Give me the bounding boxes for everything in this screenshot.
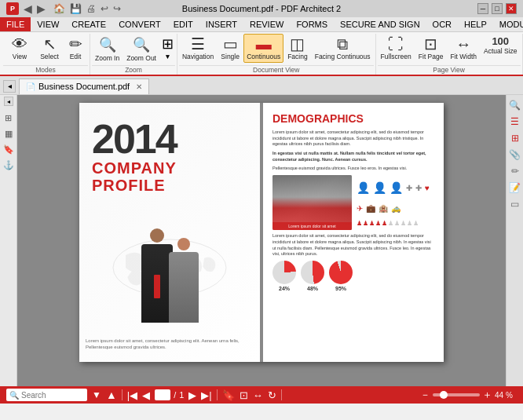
pie-label-95: 95% bbox=[335, 286, 346, 291]
ribbon-group-zoom: 🔍 Zoom In 🔍 Zoom Out ⊞ ▼ Zoom bbox=[90, 34, 177, 75]
minimize-button[interactable]: ─ bbox=[477, 3, 488, 14]
rsb-search-btn[interactable]: 🔍 bbox=[508, 98, 522, 112]
zoom-in-status-btn[interactable]: ＋ bbox=[482, 388, 492, 402]
pie-chart-24 bbox=[272, 261, 296, 284]
nav-prev-btn[interactable]: ◀ bbox=[142, 389, 150, 401]
close-button[interactable]: ✕ bbox=[506, 3, 517, 14]
navigation-button[interactable]: ☰ Navigation bbox=[179, 34, 217, 63]
tab-close-button[interactable]: ✕ bbox=[136, 82, 142, 91]
rsb-grid-btn[interactable]: ⊞ bbox=[508, 131, 522, 145]
navigation-label: Navigation bbox=[182, 53, 214, 60]
select-button[interactable]: ↖ Select bbox=[37, 34, 62, 63]
pi-6: ♟ bbox=[388, 220, 393, 227]
demo-para-1: Lorem ipsum dolor sit amet, consectetur … bbox=[272, 130, 434, 148]
pi-10: ♟ bbox=[413, 220, 419, 227]
fit-width-button[interactable]: ↔ Fit Width bbox=[447, 34, 480, 63]
sidebar-bookmark-btn[interactable]: 🔖 bbox=[2, 142, 16, 156]
menu-view[interactable]: VIEW bbox=[31, 17, 65, 31]
menu-convert[interactable]: CONVERT bbox=[112, 17, 167, 31]
continuous-button[interactable]: ▬ Continuous bbox=[243, 34, 283, 63]
sidebar-home-btn[interactable]: ⊞ bbox=[2, 111, 16, 125]
facing-label: Facing bbox=[287, 53, 308, 60]
toolbar-print[interactable]: 🖨 bbox=[86, 3, 96, 14]
rsb-pin-btn[interactable]: 📎 bbox=[508, 148, 522, 162]
facing-button[interactable]: ◫ Facing bbox=[284, 34, 311, 63]
nav-back[interactable]: ◀ bbox=[24, 2, 32, 15]
menu-ocr[interactable]: OCR bbox=[426, 17, 458, 31]
page-number-input[interactable]: 1 bbox=[155, 389, 170, 400]
menu-insert[interactable]: INSERT bbox=[199, 17, 243, 31]
toolbar-save[interactable]: 💾 bbox=[70, 3, 82, 14]
search-box[interactable]: 🔍 bbox=[6, 389, 87, 401]
actual-size-icon: 100 bbox=[492, 36, 509, 46]
fit-width-status-btn[interactable]: ↔ bbox=[253, 389, 263, 401]
tab-scroll-left[interactable]: ◂ bbox=[3, 80, 16, 93]
right-image-box: Lorem ipsum dolor sit amet bbox=[272, 175, 352, 230]
bookmark-btn[interactable]: 🔖 bbox=[222, 389, 235, 401]
rsb-list-btn[interactable]: ☰ bbox=[508, 115, 522, 129]
pie-charts-area: 24% 48% 95% bbox=[272, 261, 434, 291]
edit-label: Edit bbox=[70, 53, 82, 60]
toolbar-home[interactable]: 🏠 bbox=[53, 3, 65, 14]
pie-48: 48% bbox=[301, 261, 324, 291]
view-button[interactable]: 👁 View bbox=[3, 34, 36, 63]
zoom-dropdown[interactable]: ⊞ ▼ bbox=[160, 34, 175, 62]
pi-3: ♟ bbox=[369, 220, 375, 227]
app-icon: P bbox=[6, 2, 19, 15]
nav-first-btn[interactable]: |◀ bbox=[127, 389, 137, 401]
menu-review[interactable]: REVIEW bbox=[243, 17, 290, 31]
total-pages: 1 bbox=[179, 390, 184, 400]
menu-help[interactable]: HELP bbox=[458, 17, 493, 31]
rotate-status-btn[interactable]: ↻ bbox=[268, 389, 276, 401]
tab-label: Business Document.pdf bbox=[38, 82, 130, 91]
sidebar-toggle[interactable]: ◂ bbox=[4, 97, 13, 106]
stat-icon-taxi: 🚕 bbox=[391, 204, 400, 213]
edit-button[interactable]: ✏ Edit bbox=[63, 34, 88, 63]
document-view[interactable]: 2014 COMPANY PROFILE bbox=[17, 95, 506, 386]
stat-icon-heart: ♥ bbox=[425, 184, 430, 192]
fit-page-status-btn[interactable]: ⊡ bbox=[240, 389, 248, 401]
fullscreen-button[interactable]: ⛶ Fullscreen bbox=[378, 34, 415, 63]
select-label: Select bbox=[40, 53, 59, 60]
search-dropdown-btn[interactable]: ▼ bbox=[92, 389, 101, 400]
zoom-slider[interactable] bbox=[433, 393, 480, 396]
menu-secure[interactable]: SECURE AND SIGN bbox=[334, 17, 426, 31]
toolbar-redo[interactable]: ↪ bbox=[113, 3, 121, 14]
zoom-out-button[interactable]: 🔍 Zoom Out bbox=[123, 34, 159, 64]
toolbar-undo[interactable]: ↩ bbox=[101, 3, 108, 14]
sidebar-thumbnail-btn[interactable]: ▦ bbox=[2, 126, 16, 141]
search-icon: 🔍 bbox=[9, 391, 19, 400]
right-grid: Lorem ipsum dolor sit amet 👤 👤 👤 ✚ ✚ ♥ bbox=[272, 175, 434, 230]
rsb-shape-btn[interactable]: ▭ bbox=[508, 197, 522, 211]
single-button[interactable]: ▭ Single bbox=[218, 34, 243, 63]
zoom-buttons: 🔍 Zoom In 🔍 Zoom Out ⊞ ▼ bbox=[92, 34, 175, 64]
view-label: View bbox=[13, 53, 27, 60]
menu-forms[interactable]: FORMS bbox=[290, 17, 334, 31]
fit-width-icon: ↔ bbox=[455, 36, 471, 52]
menu-file[interactable]: FILE bbox=[0, 17, 31, 31]
zoom-out-status-btn[interactable]: － bbox=[420, 388, 430, 402]
maximize-button[interactable]: □ bbox=[492, 3, 503, 14]
zoom-in-button[interactable]: 🔍 Zoom In bbox=[92, 34, 123, 64]
nav-next-btn[interactable]: ▶ bbox=[188, 389, 196, 401]
menu-edit[interactable]: EDIT bbox=[167, 17, 199, 31]
fit-page-button[interactable]: ⊡ Fit Page bbox=[415, 34, 447, 63]
actual-size-button[interactable]: 100 Actual Size bbox=[481, 34, 521, 57]
menu-create[interactable]: CREATE bbox=[65, 17, 112, 31]
rsb-note-btn[interactable]: 📝 bbox=[508, 181, 522, 195]
menu-modules[interactable]: MODULES AND P... bbox=[493, 17, 523, 31]
nav-forward[interactable]: ▶ bbox=[37, 2, 46, 15]
facing-continuous-button[interactable]: ⧉ Facing Continuous bbox=[312, 34, 374, 63]
stat-icon-hotel: 🏨 bbox=[379, 204, 388, 213]
nav-last-btn[interactable]: ▶| bbox=[201, 389, 211, 401]
tab-business-doc[interactable]: 📄 Business Document.pdf ✕ bbox=[19, 79, 149, 94]
rsb-highlight-btn[interactable]: ✏ bbox=[508, 164, 522, 178]
search-up-btn[interactable]: ▲ bbox=[106, 389, 117, 401]
stat-icon-plane: ✈ bbox=[357, 204, 363, 213]
sidebar-anchor-btn[interactable]: ⚓ bbox=[2, 158, 16, 172]
actual-size-label: Actual Size bbox=[484, 47, 518, 55]
pie-24: 24% bbox=[272, 261, 296, 291]
view-icon: 👁 bbox=[12, 36, 27, 52]
facing-icon: ◫ bbox=[290, 36, 305, 52]
search-input[interactable] bbox=[21, 391, 84, 400]
